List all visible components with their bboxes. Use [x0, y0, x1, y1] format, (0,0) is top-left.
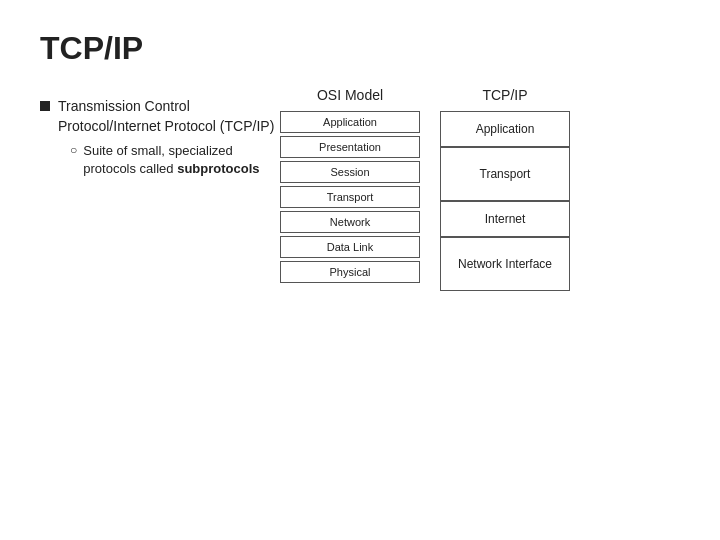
osi-layer-transport: Transport — [280, 186, 420, 208]
diagrams-area: OSI Model Application Presentation Sessi… — [280, 87, 680, 291]
sub-bullets: ○ Suite of small, specialized protocols … — [58, 142, 280, 178]
osi-layer-session: Session — [280, 161, 420, 183]
tcp-layer-network-interface: Network Interface — [440, 237, 570, 291]
bullet-icon — [40, 101, 50, 111]
sub-bullet-icon: ○ — [70, 143, 77, 157]
main-bullet-text: Transmission Control Protocol/Internet P… — [58, 98, 274, 134]
content-area: Transmission Control Protocol/Internet P… — [40, 87, 680, 291]
sub-bullet-bold-text: subprotocols — [177, 161, 259, 176]
tcpip-diagram: TCP/IP Application Transport Internet Ne… — [440, 87, 570, 291]
main-bullet: Transmission Control Protocol/Internet P… — [40, 97, 280, 183]
osi-layer-physical: Physical — [280, 261, 420, 283]
osi-layer-network: Network — [280, 211, 420, 233]
osi-title: OSI Model — [317, 87, 383, 103]
tcpip-title: TCP/IP — [482, 87, 527, 103]
tcp-stack: Application Transport Internet Network I… — [440, 111, 570, 291]
tcp-layer-transport: Transport — [440, 147, 570, 201]
slide: TCP/IP Transmission Control Protocol/Int… — [0, 0, 720, 540]
osi-layer-application: Application — [280, 111, 420, 133]
slide-title: TCP/IP — [40, 30, 680, 67]
tcp-layer-internet: Internet — [440, 201, 570, 237]
tcp-layer-application: Application — [440, 111, 570, 147]
sub-bullet-item: ○ Suite of small, specialized protocols … — [70, 142, 280, 178]
left-panel: Transmission Control Protocol/Internet P… — [40, 87, 280, 195]
osi-layer-datalink: Data Link — [280, 236, 420, 258]
osi-diagram: OSI Model Application Presentation Sessi… — [280, 87, 420, 283]
osi-layer-presentation: Presentation — [280, 136, 420, 158]
osi-stack: Application Presentation Session Transpo… — [280, 111, 420, 283]
sub-bullet-text: Suite of small, specialized protocols ca… — [83, 142, 280, 178]
